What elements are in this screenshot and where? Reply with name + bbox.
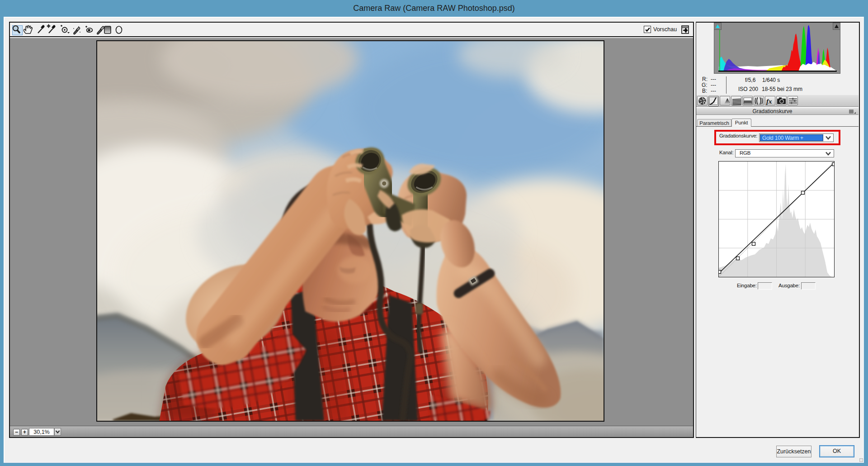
svg-text:fx: fx <box>766 98 772 105</box>
